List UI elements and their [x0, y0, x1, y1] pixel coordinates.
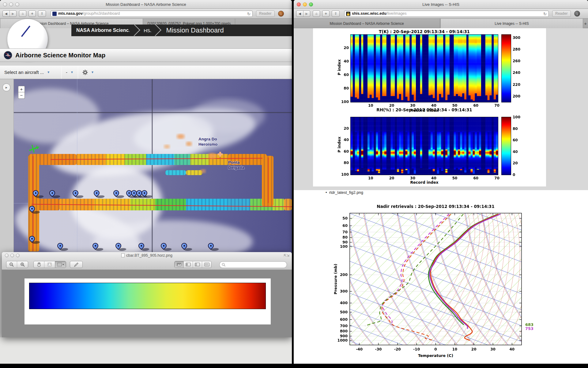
rh-plot-title: RH(%) : 20-Sep-2012 09:13:34 - 09:14:31 [351, 107, 498, 112]
x-tick-label: 10 [366, 103, 375, 108]
pressure-tick-label: 500 [340, 310, 348, 314]
breadcrumb-nasa-airborne-science[interactable]: NASA Airborne Science [71, 25, 134, 36]
url-field[interactable]: mts.nasa.gov/group/hs3/dashboard ↻ [51, 10, 253, 17]
x-tick-label: 20 [387, 176, 396, 180]
temperature-tick-label: 40 [509, 347, 514, 351]
view-thumbnails-icon[interactable] [184, 261, 193, 268]
pressure-tick-label: 700 [340, 324, 348, 328]
browser-toolbar: ◀ ▶ ⌂ + ⇧ shis.ssec.wisc.edu/live/images… [294, 9, 588, 19]
fullscreen-icon[interactable]: ⇱⇲ [284, 254, 289, 258]
colorbar-tick-label: 240 [513, 71, 520, 75]
share-icon[interactable]: ⇧ [332, 10, 340, 17]
desktop: Mission Dashboard – NASA Airborne Scienc… [0, 0, 588, 368]
pressure-tick-label: 1000 [337, 338, 348, 343]
url-host: shis.ssec.wisc.edu [352, 11, 386, 16]
url-field[interactable]: shis.ssec.wisc.edu/live/images ↻ [344, 10, 549, 17]
svg-text:A: A [48, 263, 51, 266]
skewt-plot: 5060708090100200300400500600700800900100… [313, 196, 546, 364]
back-icon[interactable]: ◀ [3, 11, 9, 17]
share-icon[interactable]: ⇧ [38, 10, 46, 17]
panel-toggle-button[interactable]: ▸ [2, 83, 10, 91]
file-name: rtdr_latest_fig2.png [329, 190, 363, 195]
search-input[interactable] [219, 261, 287, 268]
view-contact-sheet-icon[interactable] [193, 261, 202, 268]
terminal-output[interactable] [0, 337, 292, 364]
selection-tools: A [33, 261, 66, 268]
chevron-down-icon: ▼ [91, 71, 94, 74]
back-icon[interactable]: ◀ [296, 11, 303, 17]
colorbar-tick-label: 40 [513, 150, 518, 154]
temperature-tick-label: 20 [471, 347, 477, 351]
tab-bar: Mission Dashboard – NASA Airborne Scienc… [294, 19, 588, 28]
colorbar-tick-label: 280 [513, 47, 520, 52]
y-tick-label: 80 [340, 161, 349, 165]
x-tick-label: 10 [366, 176, 375, 180]
x-tick-label: 50 [450, 103, 459, 108]
pressure-tick-label: 800 [340, 329, 348, 333]
tab-live-images[interactable]: Live Images -- S-HIS [440, 19, 583, 28]
rh-xlabel: Record index [351, 180, 498, 185]
colorbar-tick-label: 20 [513, 161, 518, 165]
titlebar[interactable]: Mission Dashboard – NASA Airborne Scienc… [0, 0, 292, 9]
new-tab-icon[interactable]: + [584, 21, 587, 26]
forward-icon[interactable]: ▶ [303, 11, 310, 17]
move-hand-icon[interactable] [34, 261, 44, 268]
colorbar-tick-label: 300 [513, 36, 520, 40]
preview-titlebar[interactable]: cbar.BT_895_905.horz.png ⇱⇲ [2, 252, 292, 259]
layer-select[interactable]: - ▼ [62, 66, 78, 79]
series-dewpoint-3 [383, 214, 449, 325]
map-zoom-out-button[interactable]: − [18, 92, 25, 99]
forward-icon[interactable]: ▶ [9, 11, 17, 17]
temperature-tick-label: -10 [413, 347, 420, 351]
url-host: mts.nasa.gov [58, 11, 83, 16]
url-path: /live/images [386, 11, 407, 16]
reader-button[interactable]: Reader [256, 10, 275, 17]
map-toolbar: Select an aircraft ... ▼ - ▼ [0, 66, 292, 79]
pencil-icon[interactable] [70, 261, 82, 268]
home-icon[interactable]: ⌂ [19, 10, 26, 17]
chevron-down-icon: ▼ [47, 71, 50, 74]
skewt-title: Nadir retrievals : 20-Sep-2012 09:13:34 … [377, 204, 494, 209]
browser-toolbar: ◀ ▶ ⌂ + ⇧ mts.nasa.gov/group/hs3/dashboa… [0, 9, 292, 19]
breadcrumb: NASA Airborne Science HS3 Mission Dashbo… [71, 25, 292, 36]
new-window-icon[interactable]: + [322, 10, 330, 17]
nav-buttons: ◀ ▶ [2, 10, 17, 17]
desktop-bottom-strip [0, 364, 588, 368]
downloads-button[interactable]: ↓ [574, 11, 580, 17]
reload-icon[interactable]: ↻ [543, 11, 547, 17]
x-tick-label: 50 [450, 176, 459, 180]
aircraft-select[interactable]: Select an aircraft ... ▼ [0, 66, 61, 79]
temperature-tick-label: 30 [490, 347, 496, 351]
x-tick-label: 60 [471, 103, 481, 108]
home-icon[interactable]: ⌂ [313, 10, 320, 17]
settings-dropdown[interactable]: ▼ [78, 66, 98, 79]
temperature-tick-label: 10 [452, 347, 457, 351]
x-tick-label: 70 [492, 103, 502, 108]
zoom-out-tool-icon[interactable] [6, 261, 17, 268]
x-tick-label: 30 [408, 176, 417, 180]
view-single-page-icon[interactable] [175, 261, 184, 268]
pressure-tick-label: 200 [340, 273, 348, 277]
aircraft-icon[interactable] [30, 145, 38, 152]
y-tick-label: 80 [340, 86, 349, 90]
text-select-tool-icon[interactable]: A [44, 261, 55, 268]
reload-icon[interactable]: ↻ [247, 11, 251, 17]
view-grid-icon[interactable] [202, 261, 211, 268]
map-zoom-in-button[interactable]: + [18, 86, 25, 92]
new-window-icon[interactable]: + [28, 10, 36, 17]
titlebar[interactable]: Live Images -- S-HIS [294, 0, 588, 9]
window-title: Live Images -- S-HIS [294, 2, 588, 7]
downloads-button[interactable]: ↓ [278, 11, 284, 17]
colorbar-tick-label: 80 [513, 127, 518, 131]
colorbar-tick-label: 260 [513, 59, 520, 63]
x-tick-label: 60 [471, 176, 481, 180]
rect-select-tool-icon[interactable] [55, 261, 66, 268]
colorbar-tick-label: 60 [513, 138, 518, 142]
nav-buttons: ◀ ▶ [296, 10, 310, 17]
tab-mission-dashboard[interactable]: Mission Dashboard – NASA Airborne Scienc… [294, 19, 440, 28]
safari-window-mission-dashboard: Mission Dashboard – NASA Airborne Scienc… [0, 0, 292, 364]
reader-button[interactable]: Reader [552, 10, 571, 17]
file-list-item[interactable]: • rtdr_latest_fig2.png [326, 190, 363, 195]
y-tick-label: 20 [340, 126, 349, 131]
zoom-in-tool-icon[interactable] [17, 261, 28, 268]
